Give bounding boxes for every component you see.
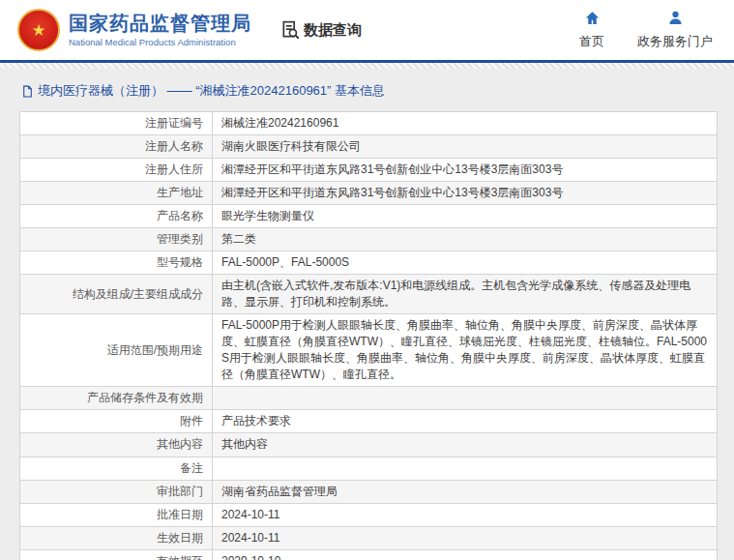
row-value: 其他内容	[213, 433, 718, 457]
site-logo[interactable]: ★ 国家药品监督管理局 National Medical Products Ad…	[17, 9, 251, 51]
national-emblem-icon: ★	[17, 9, 60, 51]
data-query-label: 数据查询	[304, 21, 362, 40]
table-row: 管理类别第二类	[20, 228, 718, 251]
breadcrumb-text: 境内医疗器械（注册） —— “湘械注准20242160961” 基本信息	[38, 82, 385, 100]
table-row: 批准日期2024-10-11	[20, 503, 718, 526]
table-row: 注册证编号湘械注准20242160961	[20, 112, 718, 135]
site-title: 国家药品监督管理局	[69, 13, 251, 35]
nav-home-label: 首页	[579, 33, 604, 50]
table-row: 附件产品技术要求	[20, 410, 718, 433]
row-value: 湖南火眼医疗科技有限公司	[213, 135, 718, 159]
document-icon	[21, 85, 34, 98]
nav-portal[interactable]: 政务服务门户	[637, 10, 713, 50]
row-value: 第二类	[213, 228, 718, 251]
info-table-body: 注册证编号湘械注准20242160961注册人名称湖南火眼医疗科技有限公司注册人…	[20, 112, 718, 560]
table-row: 产品名称眼光学生物测量仪	[20, 205, 718, 228]
table-row: 备注	[20, 457, 718, 480]
row-label: 有效期至	[20, 549, 213, 560]
table-row: 生产地址湘潭经开区和平街道东风路31号创新创业中心13号楼3层南面303号	[20, 182, 718, 205]
table-row: 审批部门湖南省药品监督管理局	[20, 480, 718, 503]
row-label: 审批部门	[20, 480, 213, 503]
row-value: 2029-10-10	[213, 549, 718, 560]
row-label: 产品储存条件及有效期	[20, 387, 213, 410]
table-row: 结构及组成/主要组成成分由主机(含嵌入式软件,发布版本:V1)和电源线组成。主机…	[20, 275, 718, 314]
site-header: ★ 国家药品监督管理局 National Medical Products Ad…	[0, 0, 734, 60]
row-value: 2024-10-11	[213, 503, 718, 526]
table-row: 注册人住所湘潭经开区和平街道东风路31号创新创业中心13号楼3层南面303号	[20, 159, 718, 182]
row-value: 2024-10-11	[213, 526, 718, 549]
row-label: 适用范围/预期用途	[20, 314, 213, 387]
row-label: 备注	[20, 457, 213, 480]
table-row: 注册人名称湖南火眼医疗科技有限公司	[20, 135, 718, 159]
row-label: 注册人住所	[20, 159, 213, 182]
home-icon	[584, 10, 601, 30]
table-row: 有效期至2029-10-10	[20, 549, 718, 560]
row-label: 其他内容	[20, 433, 213, 457]
row-value: 湘潭经开区和平街道东风路31号创新创业中心13号楼3层南面303号	[213, 159, 718, 182]
emblem-star: ★	[31, 22, 45, 39]
site-subtitle: National Medical Products Administration	[69, 37, 251, 47]
row-value: FAL-5000P、FAL-5000S	[213, 251, 718, 275]
user-icon	[667, 10, 684, 30]
row-label: 附件	[20, 410, 213, 433]
row-value: 湘潭经开区和平街道东风路31号创新创业中心13号楼3层南面303号	[213, 182, 718, 205]
row-label: 结构及组成/主要组成成分	[20, 275, 213, 314]
row-label: 生效日期	[20, 526, 213, 549]
row-value: 湖南省药品监督管理局	[213, 480, 718, 503]
nav-portal-label: 政务服务门户	[637, 33, 713, 50]
row-label: 注册人名称	[20, 135, 213, 159]
table-row: 型号规格FAL-5000P、FAL-5000S	[20, 251, 718, 275]
document-search-icon	[280, 20, 300, 40]
row-label: 批准日期	[20, 503, 213, 526]
row-label: 产品名称	[20, 205, 213, 228]
row-value: 由主机(含嵌入式软件,发布版本:V1)和电源线组成。主机包含光学成像系统、传感器…	[213, 275, 718, 314]
table-row: 产品储存条件及有效期	[20, 387, 718, 410]
table-row: 其他内容其他内容	[20, 433, 718, 457]
table-row: 适用范围/预期用途FAL-5000P用于检测人眼眼轴长度、角膜曲率、轴位角、角膜…	[20, 314, 718, 387]
nav-home[interactable]: 首页	[579, 10, 604, 50]
row-value	[213, 457, 718, 480]
data-query-tab[interactable]: 数据查询	[280, 20, 362, 40]
main-content: 境内医疗器械（注册） —— “湘械注准20242160961” 基本信息 注册证…	[0, 69, 734, 560]
row-label: 型号规格	[20, 251, 213, 275]
row-label: 生产地址	[20, 182, 213, 205]
brand-text: 国家药品监督管理局 National Medical Products Admi…	[69, 13, 251, 47]
row-value: 眼光学生物测量仪	[213, 205, 718, 228]
row-value	[213, 387, 718, 410]
row-label: 注册证编号	[20, 112, 213, 135]
row-value: 产品技术要求	[213, 410, 718, 433]
row-value: FAL-5000P用于检测人眼眼轴长度、角膜曲率、轴位角、角膜中央厚度、前房深度…	[213, 314, 718, 387]
row-label: 管理类别	[20, 228, 213, 251]
breadcrumb: 境内医疗器械（注册） —— “湘械注准20242160961” 基本信息	[21, 82, 718, 100]
table-row: 生效日期2024-10-11	[20, 526, 718, 549]
row-value: 湘械注准20242160961	[213, 112, 718, 135]
registration-info-table: 注册证编号湘械注准20242160961注册人名称湖南火眼医疗科技有限公司注册人…	[19, 111, 718, 560]
